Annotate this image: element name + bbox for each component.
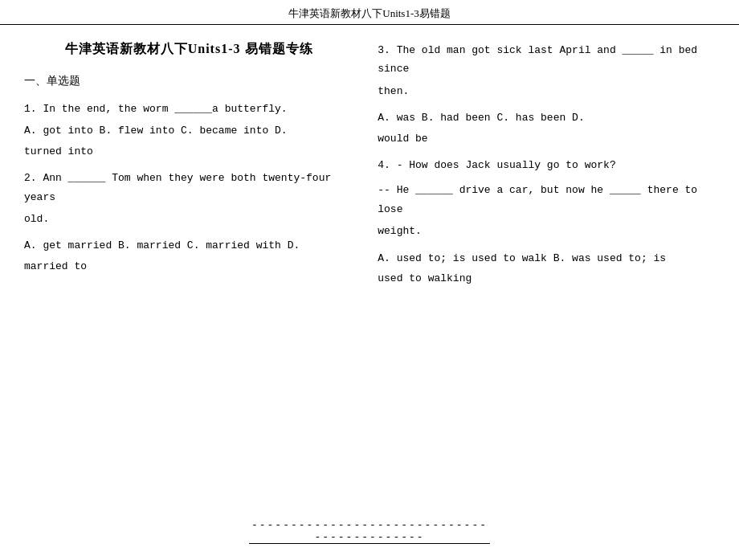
top-bar: 牛津英语新教材八下Units1-3易错题 [0,0,739,25]
question-2-block: 2. Ann ______ Tom when they were both tw… [24,169,353,276]
main-title: 牛津英语新教材八下Units1-3 易错题专练 [24,41,353,58]
question-4-block: 4. - How does Jack usually go to work? -… [378,156,715,288]
q4-options-line1: A. used to; is used to walk B. was used … [378,249,715,268]
header-title: 牛津英语新教材八下Units1-3易错题 [288,7,451,19]
right-column: 3. The old man got sick last April and _… [370,33,715,525]
question-3-block: 3. The old man got sick last April and _… [378,41,715,148]
section-header: 一、单选题 [24,74,353,88]
left-column: 牛津英语新教材八下Units1-3 易错题专练 一、单选题 1. In the … [24,33,370,525]
q4-text: 4. - How does Jack usually go to work? [378,156,715,174]
question-1-block: 1. In the end, the worm ______a butterfl… [24,100,353,161]
q1-options-line1: A. got into B. flew into C. became into … [24,121,353,140]
q2-options-line2: married to [24,257,353,276]
q4-text2-cont: weight. [378,222,715,240]
q3-options-line1: A. was B. had been C. has been D. [378,108,715,127]
q3-text: 3. The old man got sick last April and _… [378,41,715,79]
q2-text: 2. Ann ______ Tom when they were both tw… [24,169,353,206]
q3-text-cont: then. [378,82,715,100]
bottom-dashes: ----------------------------------------… [249,519,490,544]
q3-options-line2: would be [378,129,715,148]
q2-text-cont: old. [24,210,353,228]
content-area: 牛津英语新教材八下Units1-3 易错题专练 一、单选题 1. In the … [0,25,739,525]
page-container: 牛津英语新教材八下Units1-3易错题 牛津英语新教材八下Units1-3 易… [0,0,739,560]
q1-options-line2: turned into [24,142,353,161]
q2-options-line1: A. get married B. married C. married wit… [24,236,353,255]
q4-text2: -- He ______ drive a car, but now he ___… [378,181,715,219]
q1-text: 1. In the end, the worm ______a butterfl… [24,100,353,118]
q4-options-line2: used to walking [378,269,715,288]
